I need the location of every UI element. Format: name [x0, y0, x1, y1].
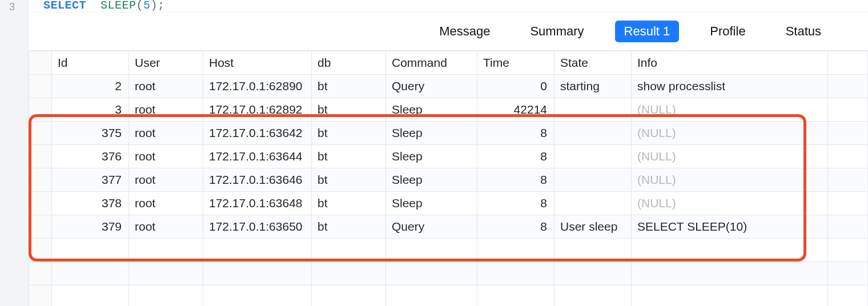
cell-db[interactable]: bt: [312, 168, 386, 191]
result-grid[interactable]: Id User Host db Command Time State Info …: [29, 51, 868, 306]
cell-time[interactable]: 42214: [477, 98, 554, 121]
cell-tail[interactable]: [828, 98, 868, 121]
cell-host[interactable]: 172.17.0.1:63642: [203, 121, 312, 144]
cell-tail[interactable]: [828, 191, 868, 215]
cell-user[interactable]: root: [129, 74, 203, 98]
cell-host[interactable]: 172.17.0.1:63646: [203, 168, 312, 191]
cell-tail[interactable]: [828, 121, 868, 144]
header-host[interactable]: Host: [203, 51, 312, 74]
cell-state[interactable]: [554, 121, 632, 144]
header-time[interactable]: Time: [477, 51, 554, 74]
cell-id[interactable]: 376: [52, 144, 129, 168]
table-row[interactable]: 375root172.17.0.1:63642btSleep8(NULL): [29, 121, 868, 144]
tab-profile[interactable]: Profile: [701, 21, 754, 42]
tab-message[interactable]: Message: [430, 21, 499, 42]
cell-rownum[interactable]: [29, 168, 52, 191]
cell-user[interactable]: root: [129, 168, 203, 191]
table-header-row: Id User Host db Command Time State Info: [29, 51, 868, 74]
cell-id[interactable]: 2: [52, 74, 129, 98]
cell-info[interactable]: SELECT SLEEP(10): [632, 215, 828, 238]
cell-command[interactable]: Sleep: [386, 168, 477, 191]
sql-editor-line[interactable]: SELECT SLEEP ( 5 ) ;: [29, 0, 868, 13]
cell-tail[interactable]: [828, 74, 868, 98]
cell-state[interactable]: starting: [554, 74, 632, 98]
tab-status[interactable]: Status: [777, 21, 830, 42]
cell-time[interactable]: 0: [477, 74, 554, 98]
cell-db[interactable]: bt: [312, 121, 386, 144]
header-state[interactable]: State: [554, 51, 632, 74]
cell-info[interactable]: (NULL): [632, 144, 828, 168]
cell-state[interactable]: User sleep: [554, 215, 632, 238]
cell-rownum[interactable]: [29, 121, 52, 144]
line-number: 3: [0, 0, 17, 13]
cell-command[interactable]: Sleep: [386, 144, 477, 168]
cell-command[interactable]: Query: [386, 215, 477, 238]
cell-user[interactable]: root: [129, 191, 203, 215]
header-db[interactable]: db: [312, 51, 386, 74]
table-row[interactable]: 379root172.17.0.1:63650btQuery8User slee…: [29, 215, 868, 238]
cell-time[interactable]: 8: [477, 168, 554, 191]
cell-id[interactable]: 378: [52, 191, 129, 215]
table-row[interactable]: 377root172.17.0.1:63646btSleep8(NULL): [29, 168, 868, 191]
header-user[interactable]: User: [129, 51, 203, 74]
cell-id[interactable]: 377: [52, 168, 129, 191]
cell-command[interactable]: Sleep: [386, 121, 477, 144]
cell-empty: [386, 238, 477, 261]
cell-user[interactable]: root: [129, 121, 203, 144]
cell-command[interactable]: Sleep: [386, 191, 477, 215]
cell-host[interactable]: 172.17.0.1:63650: [203, 215, 312, 238]
cell-host[interactable]: 172.17.0.1:62892: [203, 98, 312, 121]
cell-id[interactable]: 379: [52, 215, 129, 238]
header-command[interactable]: Command: [386, 51, 477, 74]
cell-info[interactable]: (NULL): [632, 121, 828, 144]
cell-empty: [477, 238, 554, 261]
cell-db[interactable]: bt: [312, 144, 386, 168]
cell-user[interactable]: root: [129, 144, 203, 168]
cell-rownum[interactable]: [29, 215, 52, 238]
cell-time[interactable]: 8: [477, 121, 554, 144]
cell-tail[interactable]: [828, 144, 868, 168]
cell-rownum[interactable]: [29, 74, 52, 98]
cell-state[interactable]: [554, 98, 632, 121]
cell-tail[interactable]: [828, 215, 868, 238]
table-row[interactable]: 378root172.17.0.1:63648btSleep8(NULL): [29, 191, 868, 215]
cell-info[interactable]: (NULL): [632, 98, 828, 121]
cell-user[interactable]: root: [129, 215, 203, 238]
table-row[interactable]: 3root172.17.0.1:62892btSleep42214(NULL): [29, 98, 868, 121]
cell-empty: [386, 261, 477, 285]
cell-db[interactable]: bt: [312, 215, 386, 238]
cell-id[interactable]: 3: [52, 98, 129, 121]
table-row[interactable]: 2root172.17.0.1:62890btQuery0startingsho…: [29, 74, 868, 98]
cell-host[interactable]: 172.17.0.1:63648: [203, 191, 312, 215]
cell-info[interactable]: show processlist: [632, 74, 828, 98]
cell-rownum[interactable]: [29, 98, 52, 121]
cell-time[interactable]: 8: [477, 215, 554, 238]
cell-tail[interactable]: [828, 168, 868, 191]
token-keyword-select: SELECT: [43, 0, 86, 11]
cell-db[interactable]: bt: [312, 98, 386, 121]
cell-command[interactable]: Query: [386, 74, 477, 98]
cell-db[interactable]: bt: [312, 191, 386, 215]
cell-state[interactable]: [554, 168, 632, 191]
cell-time[interactable]: 8: [477, 144, 554, 168]
table-row[interactable]: 376root172.17.0.1:63644btSleep8(NULL): [29, 144, 868, 168]
cell-info[interactable]: (NULL): [632, 168, 828, 191]
cell-user[interactable]: root: [129, 98, 203, 121]
cell-rownum[interactable]: [29, 144, 52, 168]
tab-summary[interactable]: Summary: [521, 21, 593, 42]
cell-info[interactable]: (NULL): [632, 191, 828, 215]
cell-empty: [52, 285, 129, 306]
cell-rownum[interactable]: [29, 191, 52, 215]
cell-state[interactable]: [554, 191, 632, 215]
cell-id[interactable]: 375: [52, 121, 129, 144]
cell-time[interactable]: 8: [477, 191, 554, 215]
tab-result1[interactable]: Result 1: [615, 21, 680, 42]
cell-host[interactable]: 172.17.0.1:62890: [203, 74, 312, 98]
cell-db[interactable]: bt: [312, 74, 386, 98]
cell-host[interactable]: 172.17.0.1:63644: [203, 144, 312, 168]
cell-state[interactable]: [554, 144, 632, 168]
header-info[interactable]: Info: [632, 51, 828, 74]
header-id[interactable]: Id: [52, 51, 129, 74]
cell-empty: [632, 285, 828, 306]
cell-command[interactable]: Sleep: [386, 98, 477, 121]
